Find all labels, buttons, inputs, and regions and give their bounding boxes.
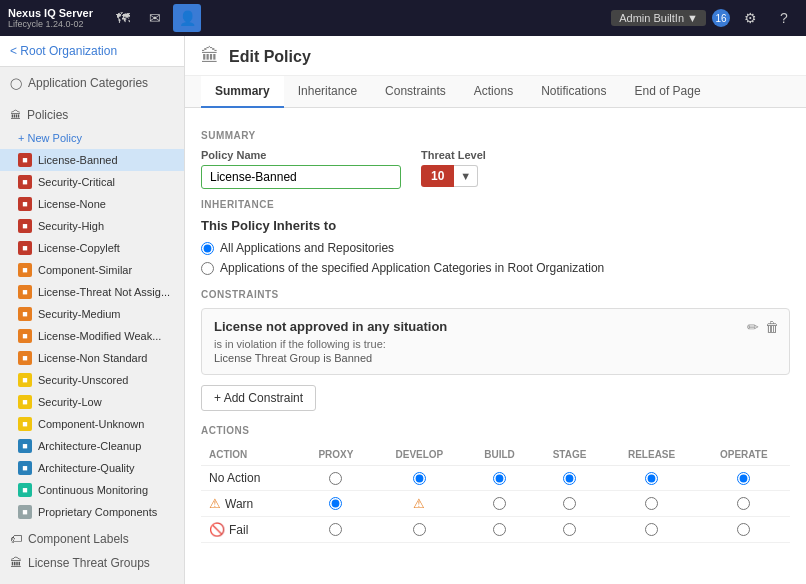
tab-summary[interactable]: Summary (201, 76, 284, 108)
sidebar-item-architecture-cleanup[interactable]: ■ Architecture-Cleanup (0, 435, 184, 457)
sidebar-item-proprietary-components[interactable]: ■ Proprietary Components (0, 501, 184, 523)
page-title: Edit Policy (229, 48, 311, 66)
app-logo: Nexus IQ Server Lifecycle 1.24.0-02 (8, 7, 93, 29)
no-action-build-radio[interactable] (493, 472, 506, 485)
mail-icon[interactable]: ✉ (141, 4, 169, 32)
sidebar-item-security-critical[interactable]: ■ Security-Critical (0, 171, 184, 193)
radio-specific-apps-input[interactable] (201, 262, 214, 275)
radio-cell (606, 466, 698, 491)
fail-stage-radio[interactable] (563, 523, 576, 536)
policy-color-icon: ■ (18, 439, 32, 453)
sidebar-item-component-similar[interactable]: ■ Component-Similar (0, 259, 184, 281)
admin-menu[interactable]: Admin BuiltIn ▼ (611, 10, 706, 26)
fail-develop-radio[interactable] (413, 523, 426, 536)
sidebar-item-architecture-quality[interactable]: ■ Architecture-Quality (0, 457, 184, 479)
app-categories-label: Application Categories (28, 76, 148, 90)
warn-label: Warn (225, 497, 253, 511)
warn-operate-radio[interactable] (737, 497, 750, 510)
tab-actions[interactable]: Actions (460, 76, 527, 108)
no-action-stage-radio[interactable] (563, 472, 576, 485)
policy-name: Architecture-Quality (38, 462, 135, 474)
tab-end-of-page[interactable]: End of Page (621, 76, 715, 108)
col-release: RELEASE (606, 444, 698, 466)
no-action-proxy-radio[interactable] (329, 472, 342, 485)
back-button[interactable]: < Root Organization (0, 36, 184, 67)
sidebar-policies-header[interactable]: 🏛 Policies (0, 103, 184, 127)
tab-inheritance[interactable]: Inheritance (284, 76, 371, 108)
add-constraint-button[interactable]: + Add Constraint (201, 385, 316, 411)
warn-develop-icon: ⚠ (413, 496, 425, 511)
fail-release-radio[interactable] (645, 523, 658, 536)
policy-color-icon: ■ (18, 285, 32, 299)
col-action: ACTION (201, 444, 299, 466)
col-operate: OPERATE (698, 444, 790, 466)
warn-build-radio[interactable] (493, 497, 506, 510)
sidebar-item-component-labels[interactable]: 🏷 Component Labels (0, 527, 184, 551)
new-policy-button[interactable]: + New Policy (0, 127, 184, 149)
settings-icon[interactable]: ⚙ (736, 4, 764, 32)
sidebar-item-license-non-standard[interactable]: ■ License-Non Standard (0, 347, 184, 369)
policy-color-icon: ■ (18, 461, 32, 475)
tab-constraints[interactable]: Constraints (371, 76, 460, 108)
delete-constraint-button[interactable]: 🗑 (765, 319, 779, 335)
sidebar-item-component-unknown[interactable]: ■ Component-Unknown (0, 413, 184, 435)
radio-all-apps-input[interactable] (201, 242, 214, 255)
fail-build-radio[interactable] (493, 523, 506, 536)
sidebar-item-license-threat[interactable]: ■ License-Threat Not Assig... (0, 281, 184, 303)
fail-proxy-radio[interactable] (329, 523, 342, 536)
action-name: 🚫 Fail (209, 522, 291, 537)
edit-constraint-button[interactable]: ✏ (747, 319, 759, 335)
policy-name-input[interactable] (201, 165, 401, 189)
constraint-title: License not approved in any situation (214, 319, 777, 334)
sidebar-item-security-high[interactable]: ■ Security-High (0, 215, 184, 237)
sidebar-item-license-modified[interactable]: ■ License-Modified Weak... (0, 325, 184, 347)
fail-operate-radio[interactable] (737, 523, 750, 536)
warn-stage-radio[interactable] (563, 497, 576, 510)
inheritance-section-label: INHERITANCE (201, 199, 790, 210)
constraints-section-label: CONSTRAINTS (201, 289, 790, 300)
actions-section-label: ACTIONS (201, 425, 790, 436)
actions-header-row: ACTION PROXY DEVELOP BUILD STAGE RELEASE… (201, 444, 790, 466)
policy-name: License-Non Standard (38, 352, 147, 364)
summary-form-row: Policy Name Threat Level 10 ▼ (201, 149, 790, 189)
policy-name: Security-Medium (38, 308, 121, 320)
sidebar-item-license-copyleft[interactable]: ■ License-Copyleft (0, 237, 184, 259)
no-action-release-radio[interactable] (645, 472, 658, 485)
app-subtitle: Lifecycle 1.24.0-02 (8, 19, 93, 29)
edit-policy-icon: 🏛 (201, 46, 219, 67)
sidebar-item-license-banned[interactable]: ■ License-Banned (0, 149, 184, 171)
nav-icons: 🗺 ✉ 👤 (109, 4, 201, 32)
actions-table: ACTION PROXY DEVELOP BUILD STAGE RELEASE… (201, 444, 790, 543)
action-name: No Action (209, 471, 291, 485)
sidebar-item-security-unscored[interactable]: ■ Security-Unscored (0, 369, 184, 391)
no-action-develop-radio[interactable] (413, 472, 426, 485)
tab-notifications[interactable]: Notifications (527, 76, 620, 108)
sidebar-item-continuous-monitoring[interactable]: ■ Continuous Monitoring (0, 479, 184, 501)
radio-cell (533, 517, 605, 543)
action-name-cell: ⚠ Warn (201, 491, 299, 517)
actions-table-body: No Action ⚠ (201, 466, 790, 543)
map-icon[interactable]: 🗺 (109, 4, 137, 32)
user-icon[interactable]: 👤 (173, 4, 201, 32)
threat-dropdown[interactable]: ▼ (454, 165, 478, 187)
notification-badge[interactable]: 16 (712, 9, 730, 27)
policy-color-icon: ■ (18, 417, 32, 431)
radio-specific-apps[interactable]: Applications of the specified Applicatio… (201, 261, 790, 275)
sidebar-item-security-low[interactable]: ■ Security-Low (0, 391, 184, 413)
sidebar-item-security-medium[interactable]: ■ Security-Medium (0, 303, 184, 325)
col-build: BUILD (466, 444, 534, 466)
help-icon[interactable]: ? (770, 4, 798, 32)
policy-name: Architecture-Cleanup (38, 440, 141, 452)
table-row: No Action (201, 466, 790, 491)
sidebar-item-app-categories[interactable]: ◯ Application Categories (0, 71, 184, 95)
sidebar-item-license-threat-groups[interactable]: 🏛 License Threat Groups (0, 551, 184, 575)
radio-cell (466, 466, 534, 491)
fail-icon: 🚫 (209, 522, 225, 537)
warn-release-radio[interactable] (645, 497, 658, 510)
radio-all-apps[interactable]: All Applications and Repositories (201, 241, 790, 255)
component-labels-icon: 🏷 (10, 532, 22, 546)
warn-proxy-radio[interactable] (329, 497, 342, 510)
sidebar: < Root Organization ◯ Application Catego… (0, 36, 185, 584)
sidebar-item-license-none[interactable]: ■ License-None (0, 193, 184, 215)
no-action-operate-radio[interactable] (737, 472, 750, 485)
